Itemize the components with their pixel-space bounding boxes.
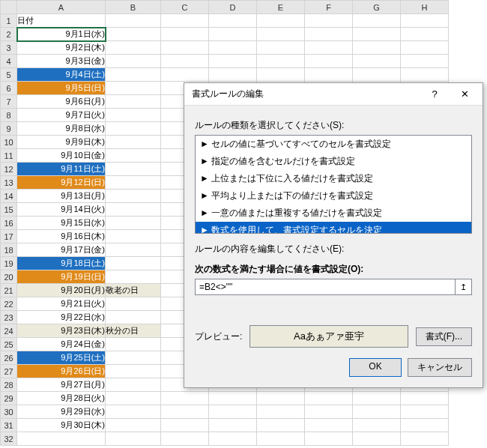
- cell[interactable]: [106, 217, 161, 230]
- cell[interactable]: [257, 41, 305, 55]
- dialog-titlebar[interactable]: 書式ルールの編集 ? ✕: [184, 83, 483, 106]
- cell[interactable]: 9月6日(月): [17, 95, 106, 109]
- cell[interactable]: [401, 392, 449, 405]
- cell[interactable]: 9月18日(土): [17, 257, 106, 270]
- cell[interactable]: [257, 432, 305, 446]
- row-header[interactable]: 22: [1, 297, 17, 311]
- cell[interactable]: 9月3日(金): [17, 55, 106, 68]
- cell[interactable]: [257, 14, 305, 28]
- cell[interactable]: [257, 55, 305, 68]
- cell[interactable]: 9月16日(木): [17, 230, 106, 243]
- cell[interactable]: 9月7日(火): [17, 109, 106, 122]
- cell[interactable]: [209, 392, 257, 405]
- cell[interactable]: 9月15日(水): [17, 217, 106, 230]
- formula-input[interactable]: [195, 279, 456, 295]
- column-header[interactable]: G: [353, 1, 401, 14]
- cell[interactable]: 9月28日(火): [17, 392, 106, 405]
- cell[interactable]: [106, 257, 161, 270]
- cell[interactable]: [106, 338, 161, 351]
- cell[interactable]: [106, 392, 161, 405]
- cell[interactable]: [161, 41, 209, 55]
- row-header[interactable]: 5: [1, 68, 17, 82]
- cell[interactable]: 日付: [17, 14, 106, 28]
- cell[interactable]: [106, 28, 161, 41]
- cell[interactable]: [106, 82, 161, 95]
- cell[interactable]: [305, 405, 353, 419]
- cell[interactable]: 9月25日(土): [17, 351, 106, 365]
- cell[interactable]: 9月30日(木): [17, 419, 106, 432]
- row-header[interactable]: 25: [1, 338, 17, 351]
- cell[interactable]: [161, 405, 209, 419]
- cell[interactable]: 9月10日(金): [17, 149, 106, 163]
- cell[interactable]: 9月17日(金): [17, 243, 106, 257]
- cell[interactable]: [106, 432, 161, 446]
- cell[interactable]: [106, 297, 161, 311]
- cell[interactable]: [257, 68, 305, 82]
- column-header[interactable]: D: [209, 1, 257, 14]
- rule-type-item[interactable]: ► 平均より上または下の値だけを書式設定: [196, 187, 471, 205]
- cell[interactable]: 9月29日(水): [17, 405, 106, 419]
- cell[interactable]: [106, 122, 161, 136]
- column-header[interactable]: F: [305, 1, 353, 14]
- cell[interactable]: 9月11日(土): [17, 163, 106, 176]
- cell[interactable]: [106, 311, 161, 324]
- row-header[interactable]: 12: [1, 163, 17, 176]
- cell[interactable]: 9月5日(日): [17, 82, 106, 95]
- cell[interactable]: 秋分の日: [106, 324, 161, 338]
- row-header[interactable]: 9: [1, 122, 17, 136]
- cell[interactable]: [161, 14, 209, 28]
- row-header[interactable]: 32: [1, 432, 17, 446]
- cell[interactable]: 9月26日(日): [17, 365, 106, 378]
- row-header[interactable]: 28: [1, 378, 17, 392]
- row-header[interactable]: 14: [1, 190, 17, 203]
- cell[interactable]: [106, 55, 161, 68]
- cell[interactable]: [106, 378, 161, 392]
- row-header[interactable]: 23: [1, 311, 17, 324]
- cell[interactable]: 9月27日(月): [17, 378, 106, 392]
- rule-type-item[interactable]: ► セルの値に基づいてすべてのセルを書式設定: [196, 136, 471, 153]
- cell[interactable]: [305, 432, 353, 446]
- cell[interactable]: [257, 392, 305, 405]
- cell[interactable]: [106, 109, 161, 122]
- cell[interactable]: [106, 68, 161, 82]
- cell[interactable]: [106, 163, 161, 176]
- row-header[interactable]: 18: [1, 243, 17, 257]
- rule-type-item[interactable]: ► 数式を使用して、書式設定するセルを決定: [196, 222, 471, 234]
- cell[interactable]: [209, 14, 257, 28]
- cell[interactable]: [209, 432, 257, 446]
- cell[interactable]: [401, 28, 449, 41]
- cell[interactable]: [353, 419, 401, 432]
- cell[interactable]: [209, 405, 257, 419]
- cell[interactable]: 敬老の日: [106, 284, 161, 297]
- cell[interactable]: [305, 68, 353, 82]
- cell[interactable]: [305, 28, 353, 41]
- help-button[interactable]: ?: [420, 84, 450, 105]
- cell[interactable]: [353, 41, 401, 55]
- row-header[interactable]: 27: [1, 365, 17, 378]
- row-header[interactable]: 1: [1, 14, 17, 28]
- close-button[interactable]: ✕: [450, 84, 480, 105]
- cancel-button[interactable]: キャンセル: [408, 358, 472, 377]
- cell[interactable]: [106, 230, 161, 243]
- column-header[interactable]: B: [106, 1, 161, 14]
- cell[interactable]: [353, 68, 401, 82]
- cell[interactable]: 9月22日(水): [17, 311, 106, 324]
- cell[interactable]: [353, 392, 401, 405]
- cell[interactable]: [106, 149, 161, 163]
- cell[interactable]: 9月12日(日): [17, 176, 106, 190]
- rule-type-item[interactable]: ► 上位または下位に入る値だけを書式設定: [196, 170, 471, 187]
- cell[interactable]: [401, 432, 449, 446]
- row-header[interactable]: 20: [1, 270, 17, 284]
- cell[interactable]: [161, 68, 209, 82]
- cell[interactable]: [353, 28, 401, 41]
- cell[interactable]: [401, 14, 449, 28]
- cell[interactable]: 9月23日(木): [17, 324, 106, 338]
- cell[interactable]: [106, 405, 161, 419]
- row-header[interactable]: 24: [1, 324, 17, 338]
- row-header[interactable]: 30: [1, 405, 17, 419]
- row-header[interactable]: 29: [1, 392, 17, 405]
- cell[interactable]: [401, 41, 449, 55]
- cell[interactable]: [209, 28, 257, 41]
- cell[interactable]: [305, 419, 353, 432]
- row-header[interactable]: 21: [1, 284, 17, 297]
